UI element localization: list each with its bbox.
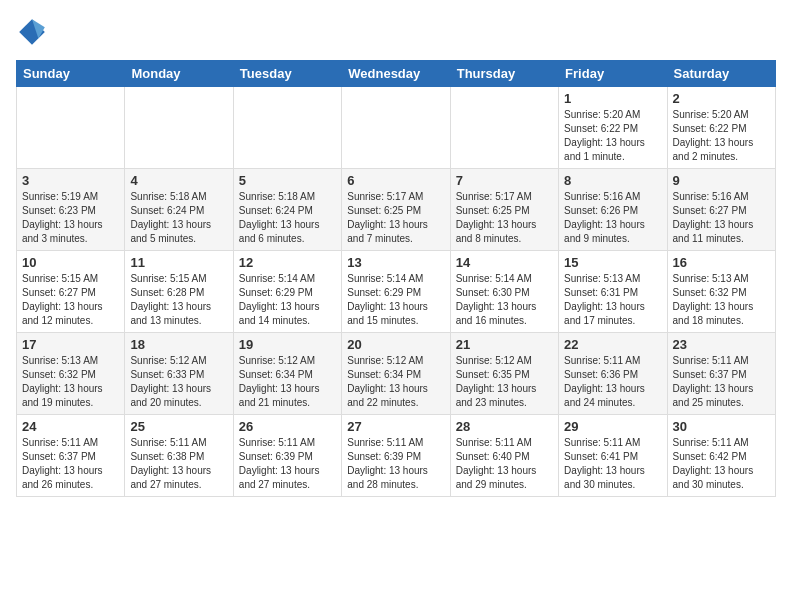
day-info: Sunrise: 5:14 AM Sunset: 6:29 PM Dayligh… xyxy=(239,272,336,328)
day-info: Sunrise: 5:12 AM Sunset: 6:34 PM Dayligh… xyxy=(239,354,336,410)
day-info: Sunrise: 5:11 AM Sunset: 6:39 PM Dayligh… xyxy=(239,436,336,492)
day-info: Sunrise: 5:12 AM Sunset: 6:34 PM Dayligh… xyxy=(347,354,444,410)
day-number: 22 xyxy=(564,337,661,352)
day-info: Sunrise: 5:16 AM Sunset: 6:26 PM Dayligh… xyxy=(564,190,661,246)
day-number: 19 xyxy=(239,337,336,352)
calendar-cell: 23Sunrise: 5:11 AM Sunset: 6:37 PM Dayli… xyxy=(667,333,775,415)
calendar-cell: 1Sunrise: 5:20 AM Sunset: 6:22 PM Daylig… xyxy=(559,87,667,169)
calendar-week-row: 3Sunrise: 5:19 AM Sunset: 6:23 PM Daylig… xyxy=(17,169,776,251)
day-number: 12 xyxy=(239,255,336,270)
day-number: 27 xyxy=(347,419,444,434)
logo xyxy=(16,16,52,48)
calendar-cell: 17Sunrise: 5:13 AM Sunset: 6:32 PM Dayli… xyxy=(17,333,125,415)
calendar-week-row: 24Sunrise: 5:11 AM Sunset: 6:37 PM Dayli… xyxy=(17,415,776,497)
day-number: 5 xyxy=(239,173,336,188)
day-number: 9 xyxy=(673,173,770,188)
day-info: Sunrise: 5:12 AM Sunset: 6:35 PM Dayligh… xyxy=(456,354,553,410)
page-header xyxy=(16,16,776,48)
calendar-cell: 3Sunrise: 5:19 AM Sunset: 6:23 PM Daylig… xyxy=(17,169,125,251)
calendar-week-row: 1Sunrise: 5:20 AM Sunset: 6:22 PM Daylig… xyxy=(17,87,776,169)
day-info: Sunrise: 5:12 AM Sunset: 6:33 PM Dayligh… xyxy=(130,354,227,410)
calendar-cell: 25Sunrise: 5:11 AM Sunset: 6:38 PM Dayli… xyxy=(125,415,233,497)
day-number: 17 xyxy=(22,337,119,352)
day-number: 16 xyxy=(673,255,770,270)
calendar-week-row: 10Sunrise: 5:15 AM Sunset: 6:27 PM Dayli… xyxy=(17,251,776,333)
day-info: Sunrise: 5:11 AM Sunset: 6:42 PM Dayligh… xyxy=(673,436,770,492)
day-info: Sunrise: 5:17 AM Sunset: 6:25 PM Dayligh… xyxy=(347,190,444,246)
calendar-cell: 4Sunrise: 5:18 AM Sunset: 6:24 PM Daylig… xyxy=(125,169,233,251)
day-info: Sunrise: 5:11 AM Sunset: 6:37 PM Dayligh… xyxy=(673,354,770,410)
day-number: 26 xyxy=(239,419,336,434)
calendar-cell: 8Sunrise: 5:16 AM Sunset: 6:26 PM Daylig… xyxy=(559,169,667,251)
calendar-cell: 24Sunrise: 5:11 AM Sunset: 6:37 PM Dayli… xyxy=(17,415,125,497)
day-number: 2 xyxy=(673,91,770,106)
calendar-cell: 2Sunrise: 5:20 AM Sunset: 6:22 PM Daylig… xyxy=(667,87,775,169)
calendar-cell: 12Sunrise: 5:14 AM Sunset: 6:29 PM Dayli… xyxy=(233,251,341,333)
calendar-cell: 9Sunrise: 5:16 AM Sunset: 6:27 PM Daylig… xyxy=(667,169,775,251)
day-info: Sunrise: 5:15 AM Sunset: 6:28 PM Dayligh… xyxy=(130,272,227,328)
calendar-cell: 21Sunrise: 5:12 AM Sunset: 6:35 PM Dayli… xyxy=(450,333,558,415)
calendar-cell: 11Sunrise: 5:15 AM Sunset: 6:28 PM Dayli… xyxy=(125,251,233,333)
day-info: Sunrise: 5:13 AM Sunset: 6:31 PM Dayligh… xyxy=(564,272,661,328)
day-number: 11 xyxy=(130,255,227,270)
day-info: Sunrise: 5:20 AM Sunset: 6:22 PM Dayligh… xyxy=(673,108,770,164)
calendar-week-row: 17Sunrise: 5:13 AM Sunset: 6:32 PM Dayli… xyxy=(17,333,776,415)
day-number: 1 xyxy=(564,91,661,106)
day-info: Sunrise: 5:11 AM Sunset: 6:39 PM Dayligh… xyxy=(347,436,444,492)
day-number: 15 xyxy=(564,255,661,270)
calendar-cell: 26Sunrise: 5:11 AM Sunset: 6:39 PM Dayli… xyxy=(233,415,341,497)
weekday-header: Friday xyxy=(559,61,667,87)
day-number: 21 xyxy=(456,337,553,352)
day-number: 10 xyxy=(22,255,119,270)
calendar-cell xyxy=(233,87,341,169)
calendar-cell: 10Sunrise: 5:15 AM Sunset: 6:27 PM Dayli… xyxy=(17,251,125,333)
day-number: 29 xyxy=(564,419,661,434)
calendar-cell: 20Sunrise: 5:12 AM Sunset: 6:34 PM Dayli… xyxy=(342,333,450,415)
calendar-cell: 19Sunrise: 5:12 AM Sunset: 6:34 PM Dayli… xyxy=(233,333,341,415)
day-info: Sunrise: 5:17 AM Sunset: 6:25 PM Dayligh… xyxy=(456,190,553,246)
day-info: Sunrise: 5:11 AM Sunset: 6:40 PM Dayligh… xyxy=(456,436,553,492)
calendar-cell: 14Sunrise: 5:14 AM Sunset: 6:30 PM Dayli… xyxy=(450,251,558,333)
day-info: Sunrise: 5:18 AM Sunset: 6:24 PM Dayligh… xyxy=(239,190,336,246)
day-info: Sunrise: 5:11 AM Sunset: 6:38 PM Dayligh… xyxy=(130,436,227,492)
calendar-cell: 22Sunrise: 5:11 AM Sunset: 6:36 PM Dayli… xyxy=(559,333,667,415)
weekday-header: Thursday xyxy=(450,61,558,87)
day-number: 8 xyxy=(564,173,661,188)
calendar-cell xyxy=(450,87,558,169)
calendar-cell: 29Sunrise: 5:11 AM Sunset: 6:41 PM Dayli… xyxy=(559,415,667,497)
calendar-cell: 5Sunrise: 5:18 AM Sunset: 6:24 PM Daylig… xyxy=(233,169,341,251)
day-number: 20 xyxy=(347,337,444,352)
day-number: 13 xyxy=(347,255,444,270)
day-info: Sunrise: 5:18 AM Sunset: 6:24 PM Dayligh… xyxy=(130,190,227,246)
calendar-cell: 28Sunrise: 5:11 AM Sunset: 6:40 PM Dayli… xyxy=(450,415,558,497)
day-info: Sunrise: 5:11 AM Sunset: 6:41 PM Dayligh… xyxy=(564,436,661,492)
day-info: Sunrise: 5:13 AM Sunset: 6:32 PM Dayligh… xyxy=(673,272,770,328)
calendar-cell: 27Sunrise: 5:11 AM Sunset: 6:39 PM Dayli… xyxy=(342,415,450,497)
day-info: Sunrise: 5:19 AM Sunset: 6:23 PM Dayligh… xyxy=(22,190,119,246)
calendar-cell xyxy=(342,87,450,169)
calendar-cell: 15Sunrise: 5:13 AM Sunset: 6:31 PM Dayli… xyxy=(559,251,667,333)
day-number: 30 xyxy=(673,419,770,434)
day-number: 6 xyxy=(347,173,444,188)
calendar-cell: 30Sunrise: 5:11 AM Sunset: 6:42 PM Dayli… xyxy=(667,415,775,497)
calendar-cell: 7Sunrise: 5:17 AM Sunset: 6:25 PM Daylig… xyxy=(450,169,558,251)
day-number: 18 xyxy=(130,337,227,352)
day-info: Sunrise: 5:14 AM Sunset: 6:29 PM Dayligh… xyxy=(347,272,444,328)
weekday-header: Tuesday xyxy=(233,61,341,87)
calendar-cell: 13Sunrise: 5:14 AM Sunset: 6:29 PM Dayli… xyxy=(342,251,450,333)
weekday-header: Saturday xyxy=(667,61,775,87)
day-info: Sunrise: 5:15 AM Sunset: 6:27 PM Dayligh… xyxy=(22,272,119,328)
weekday-header: Wednesday xyxy=(342,61,450,87)
calendar-cell: 6Sunrise: 5:17 AM Sunset: 6:25 PM Daylig… xyxy=(342,169,450,251)
weekday-header: Sunday xyxy=(17,61,125,87)
day-number: 24 xyxy=(22,419,119,434)
calendar-header-row: SundayMondayTuesdayWednesdayThursdayFrid… xyxy=(17,61,776,87)
calendar-cell xyxy=(17,87,125,169)
calendar-cell: 18Sunrise: 5:12 AM Sunset: 6:33 PM Dayli… xyxy=(125,333,233,415)
day-number: 3 xyxy=(22,173,119,188)
day-number: 4 xyxy=(130,173,227,188)
weekday-header: Monday xyxy=(125,61,233,87)
calendar-cell xyxy=(125,87,233,169)
day-info: Sunrise: 5:13 AM Sunset: 6:32 PM Dayligh… xyxy=(22,354,119,410)
day-number: 14 xyxy=(456,255,553,270)
